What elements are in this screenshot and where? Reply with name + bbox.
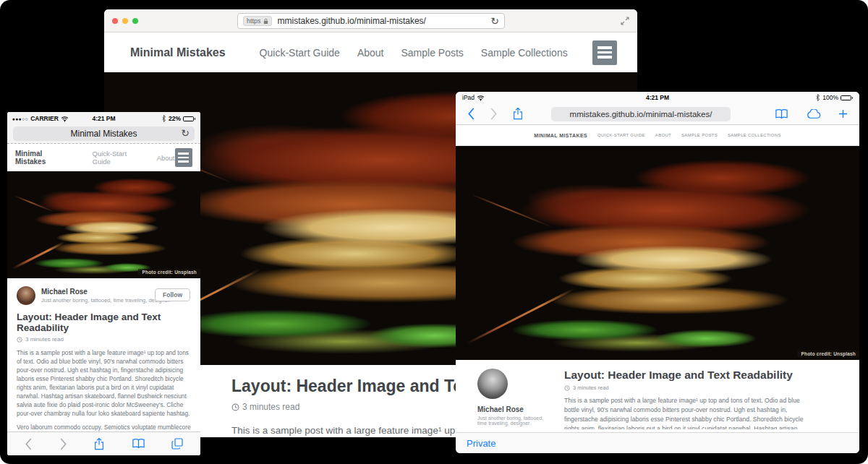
photo-credit-badge: Photo credit: Unsplash	[797, 351, 859, 357]
author-row: Michael Rose Just another boring, tattoo…	[17, 286, 191, 305]
clock-icon	[231, 403, 239, 411]
nav-link-sample-collections[interactable]: Sample Collections	[728, 133, 781, 137]
ipad-status-bar: iPad 4:21 PM 100%	[456, 92, 859, 103]
desktop-masthead-nav: Minimal Mistakes Quick-Start Guide About…	[104, 33, 637, 72]
nav-link-quick-start-guide[interactable]: Quick-Start Guide	[597, 133, 645, 137]
hero-feature-image: Photo credit: Unsplash	[456, 146, 859, 360]
hamburger-menu-icon[interactable]	[592, 40, 617, 65]
ipad-article: Michael Rose Just another boring, tattoo…	[456, 360, 859, 429]
read-time-label: 3 minutes read	[25, 336, 64, 343]
new-tab-icon[interactable]	[838, 109, 848, 119]
site-brand-link[interactable]: Minimal Mistakes	[15, 150, 72, 166]
ipad-safari-toolbar: mmistakes.github.io/minimal-mistakes/	[456, 103, 859, 125]
photo-credit-badge: Photo credit: Unsplash	[138, 269, 200, 275]
nav-link-quick-start-guide[interactable]: Quick-Start Guide	[260, 47, 340, 59]
article-title: Layout: Header Image and Text Readabilit…	[17, 312, 191, 333]
nav-link-sample-posts[interactable]: Sample Posts	[681, 133, 718, 137]
url-text: mmistakes.github.io/minimal-mistakes/	[278, 16, 426, 26]
read-time-label: 3 minutes read	[242, 402, 299, 412]
nav-link-sample-collections[interactable]: Sample Collections	[481, 47, 568, 59]
back-icon[interactable]	[25, 438, 33, 450]
article-paragraph-2: Vero laborum commodo occupy. Semiotics v…	[17, 423, 191, 431]
read-time-label: 3 minutes read	[573, 384, 609, 391]
clock-icon	[564, 385, 570, 391]
window-controls	[112, 18, 138, 24]
iphone-safari-toolbar	[7, 431, 200, 455]
close-window-button[interactable]	[112, 18, 118, 24]
site-brand-link[interactable]: Minimal Mistakes	[534, 133, 587, 138]
iphone-safari-chrome: Minimal Mistakes ↻	[7, 125, 200, 144]
https-label: https	[247, 17, 261, 25]
author-name: Michael Rose	[477, 405, 548, 413]
nav-link-about[interactable]: About	[655, 133, 671, 137]
zoom-window-button[interactable]	[132, 18, 138, 24]
bookmarks-icon[interactable]	[132, 438, 145, 450]
author-bio: Just another boring, tattooed, time trav…	[477, 416, 548, 426]
author-bio: Just another boring, tattooed, time trav…	[41, 297, 171, 304]
iphone-status-bar: ●●●○○ CARRIER 4:21 PM 22%	[7, 112, 200, 125]
share-icon[interactable]	[512, 107, 524, 121]
iphone-safari-window: ●●●○○ CARRIER 4:21 PM 22% Minimal Mistak…	[7, 112, 200, 455]
responsive-showcase-canvas: https mmistakes.github.io/minimal-mistak…	[0, 0, 868, 464]
author-sidebar: Michael Rose Just another boring, tattoo…	[469, 369, 548, 429]
desktop-address-bar[interactable]: https mmistakes.github.io/minimal-mistak…	[237, 13, 505, 29]
reload-icon[interactable]: ↻	[490, 16, 499, 26]
avatar	[477, 369, 508, 399]
article-paragraph: This is a sample post with a large featu…	[564, 396, 806, 429]
desktop-titlebar: https mmistakes.github.io/minimal-mistak…	[104, 9, 637, 33]
ipad-safari-window: iPad 4:21 PM 100% mmistakes.github.io/mi…	[456, 92, 859, 453]
forward-icon[interactable]	[59, 438, 67, 450]
hamburger-menu-icon[interactable]	[175, 148, 193, 167]
ipad-masthead-nav: Minimal Mistakes Quick-Start Guide About…	[456, 125, 859, 146]
iphone-clock: 4:21 PM	[7, 115, 200, 122]
article-paragraph: This is a sample post with a large featu…	[17, 348, 191, 418]
fullscreen-icon[interactable]	[621, 17, 629, 25]
iphone-address-bar[interactable]: Minimal Mistakes ↻	[13, 126, 195, 141]
minimize-window-button[interactable]	[122, 18, 128, 24]
ipad-address-bar[interactable]: mmistakes.github.io/minimal-mistakes/	[551, 107, 731, 121]
clock-icon	[17, 337, 22, 343]
nav-link-sample-posts[interactable]: Sample Posts	[401, 47, 463, 59]
read-time: 3 minutes read	[17, 336, 191, 343]
article-title: Layout: Header Image and Text Readabilit…	[564, 369, 809, 382]
iphone-masthead-nav: Minimal Mistakes Quick-Start Guide About	[7, 144, 200, 171]
private-browsing-bar: Private	[456, 432, 859, 453]
back-icon[interactable]	[467, 108, 475, 120]
author-name: Michael Rose	[41, 288, 171, 296]
hero-feature-image: Photo credit: Unsplash	[7, 171, 200, 278]
nav-link-quick-start-guide[interactable]: Quick-Start Guide	[93, 150, 144, 166]
https-badge: https	[243, 16, 272, 26]
ipad-clock: 4:21 PM	[456, 94, 859, 101]
forward-icon[interactable]	[490, 108, 498, 120]
avatar	[17, 286, 35, 305]
private-button[interactable]: Private	[467, 438, 495, 449]
reload-icon[interactable]: ↻	[181, 128, 190, 138]
lock-icon	[263, 18, 268, 25]
tabs-icon[interactable]	[171, 438, 183, 450]
iphone-article: Michael Rose Just another boring, tattoo…	[7, 278, 200, 431]
icloud-tabs-icon[interactable]	[806, 109, 821, 119]
page-title: Minimal Mistakes	[70, 129, 137, 139]
nav-link-about[interactable]: About	[357, 47, 384, 59]
follow-button[interactable]: Follow	[155, 288, 190, 301]
url-text: mmistakes.github.io/minimal-mistakes/	[570, 110, 712, 119]
share-icon[interactable]	[93, 437, 105, 451]
read-time: 3 minutes read	[564, 384, 809, 391]
site-brand-link[interactable]: Minimal Mistakes	[130, 46, 226, 59]
bookmarks-icon[interactable]	[775, 108, 788, 120]
nav-link-about[interactable]: About	[157, 154, 175, 162]
